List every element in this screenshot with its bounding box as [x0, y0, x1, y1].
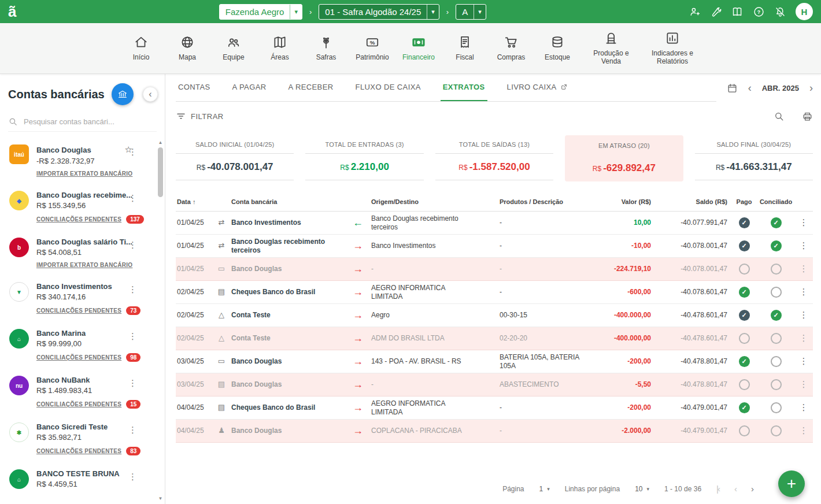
transaction-row[interactable]: 01/04/25 ⇄ Banco Investimentos Banco Dou…: [176, 212, 813, 235]
farm-selector[interactable]: Fazenda Aegro ▾: [219, 4, 302, 20]
account-action-link[interactable]: CONCILIAÇÕES PENDENTES: [36, 307, 121, 314]
reconciled-checkbox[interactable]: [771, 425, 782, 436]
next-page-button[interactable]: ›: [751, 484, 753, 494]
transaction-row[interactable]: 02/04/25 △ Conta Teste ADM DO BRASIL LTD…: [176, 327, 813, 350]
paid-checkbox[interactable]: [739, 425, 750, 436]
collapse-sidebar-button[interactable]: ‹: [143, 87, 158, 102]
first-page-button[interactable]: |‹: [716, 484, 719, 494]
account-list-item[interactable]: b Banco Douglas salário Ti... R$ 54.008,…: [0, 231, 165, 275]
paid-checkbox[interactable]: [739, 264, 750, 275]
reconciled-checkbox[interactable]: [771, 264, 782, 275]
row-menu-button[interactable]: ⋮: [794, 377, 813, 392]
transaction-row[interactable]: 03/04/25 ▭ Banco Douglas 143 - POA - AV.…: [176, 350, 813, 373]
account-search-input[interactable]: [24, 117, 134, 126]
nav-financeiro[interactable]: Financeiro: [400, 35, 438, 62]
paid-checkbox[interactable]: [739, 379, 750, 390]
summary-card[interactable]: TOTAL DE ENTRADAS (3) R$2.210,00: [305, 135, 423, 181]
account-list-item[interactable]: ⌂ BANCO TESTE BRUNA R$ 4.459,51 ⋮: [0, 462, 165, 496]
account-menu-button[interactable]: ⋮: [128, 425, 137, 435]
nav-areas[interactable]: Áreas: [261, 35, 299, 62]
user-avatar[interactable]: H: [796, 3, 813, 20]
account-menu-button[interactable]: ⋮: [128, 240, 137, 250]
transaction-row[interactable]: 02/04/25 △ Conta Teste Aegro 00-30-15 -4…: [176, 304, 813, 327]
tab-a-pagar[interactable]: A PAGAR: [230, 74, 269, 101]
transaction-row[interactable]: 04/04/25 ▤ Cheques Banco do Brasil AEGRO…: [176, 396, 813, 420]
account-list-item[interactable]: ◆ Banco Douglas recebime... R$ 155.349,5…: [0, 184, 165, 231]
account-menu-button[interactable]: ⋮: [128, 193, 137, 203]
column-header-data[interactable]: Data ↑: [176, 196, 213, 207]
account-list-item[interactable]: ✱ Banco Sicredi Teste R$ 35.982,71 CONCI…: [0, 416, 165, 462]
next-month-button[interactable]: ›: [809, 83, 813, 93]
print-icon[interactable]: [802, 111, 813, 122]
search-icon[interactable]: [774, 111, 785, 122]
season-selector[interactable]: 01 - Safra Algodão 24/25 ▾: [319, 4, 439, 20]
aegro-logo[interactable]: ã: [8, 4, 16, 19]
paid-checkbox[interactable]: [739, 356, 750, 367]
paid-checkbox[interactable]: [739, 310, 750, 321]
row-menu-button[interactable]: ⋮: [794, 307, 813, 323]
row-menu-button[interactable]: ⋮: [794, 423, 813, 439]
summary-card[interactable]: SALDO FINAL (30/04/25) R$-41.663.311,47: [695, 135, 813, 181]
paid-checkbox[interactable]: [739, 287, 750, 298]
row-menu-button[interactable]: ⋮: [794, 238, 813, 254]
account-list-item[interactable]: ⌂ Banco Marina R$ 99.999,00 CONCILIAÇÕES…: [0, 322, 165, 369]
sidebar-scrollbar[interactable]: ▲ ▼: [157, 140, 164, 502]
account-action-link[interactable]: IMPORTAR EXTRATO BANCÁRIO: [36, 171, 132, 177]
nav-indicadores[interactable]: Indicadores e Relatórios: [646, 31, 699, 66]
nav-fiscal[interactable]: Fiscal: [446, 35, 484, 62]
tab-a-receber[interactable]: A RECEBER: [286, 74, 336, 101]
paid-checkbox[interactable]: [739, 217, 750, 228]
transaction-row[interactable]: 01/04/25 ▭ Banco Douglas - - -224.719,10…: [176, 258, 813, 281]
book-icon[interactable]: [731, 6, 744, 18]
reconciled-checkbox[interactable]: [771, 333, 782, 344]
scroll-down-icon[interactable]: ▼: [158, 496, 163, 502]
summary-card[interactable]: TOTAL DE SAÍDAS (13) R$-1.587.520,00: [435, 135, 553, 181]
nav-inicio[interactable]: Início: [122, 35, 160, 62]
account-action-link[interactable]: CONCILIAÇÕES PENDENTES: [36, 354, 121, 361]
rows-per-page-select[interactable]: 10▾: [635, 485, 649, 493]
calendar-icon[interactable]: [727, 83, 738, 94]
add-transaction-button[interactable]: +: [778, 470, 805, 497]
reconciled-checkbox[interactable]: [771, 402, 782, 413]
reconciled-checkbox[interactable]: [771, 240, 782, 251]
user-add-icon[interactable]: [689, 6, 701, 18]
nav-patrimonio[interactable]: % Patrimônio: [353, 35, 391, 62]
account-action-link[interactable]: IMPORTAR EXTRATO BANCÁRIO: [36, 262, 132, 268]
reconciled-checkbox[interactable]: [771, 379, 782, 390]
row-menu-button[interactable]: ⋮: [794, 354, 813, 369]
nav-producao-venda[interactable]: Produção e Venda: [585, 31, 638, 66]
tab-extratos[interactable]: EXTRATOS: [441, 74, 487, 101]
account-menu-button[interactable]: ⋮: [128, 472, 137, 482]
transaction-row[interactable]: 01/04/25 ⇄ Banco Douglas recebimento ter…: [176, 235, 813, 258]
account-action-link[interactable]: CONCILIAÇÕES PENDENTES: [36, 401, 121, 407]
account-action-link[interactable]: CONCILIAÇÕES PENDENTES: [36, 216, 121, 223]
scroll-up-icon[interactable]: ▲: [158, 140, 163, 146]
reconciled-checkbox[interactable]: [771, 356, 782, 367]
paid-checkbox[interactable]: [739, 333, 750, 344]
transaction-row[interactable]: 04/04/25 ♟ Banco Douglas COPLACANA - PIR…: [176, 420, 813, 443]
summary-card[interactable]: SALDO INICIAL (01/04/25) R$-40.078.001,4…: [176, 135, 294, 181]
paid-checkbox[interactable]: [739, 402, 750, 413]
row-menu-button[interactable]: ⋮: [794, 284, 813, 300]
row-menu-button[interactable]: ⋮: [794, 215, 813, 231]
account-action-link[interactable]: CONCILIAÇÕES PENDENTES: [36, 448, 121, 454]
account-list-item[interactable]: itaú Banco Douglas ☆ -R$ 2.328.732,97 IM…: [0, 138, 165, 184]
tab-fluxo-de-caixa[interactable]: FLUXO DE CAIXA: [353, 74, 423, 101]
account-list-item[interactable]: nu Banco NuBank R$ 1.489.983,41 CONCILIA…: [0, 369, 165, 416]
caret-down-icon[interactable]: ▾: [474, 5, 486, 19]
filter-button[interactable]: FILTRAR: [176, 111, 224, 121]
page-select[interactable]: 1▾: [539, 485, 550, 493]
caret-down-icon[interactable]: ▾: [290, 5, 302, 19]
account-menu-button[interactable]: ⋮: [128, 284, 137, 295]
transaction-row[interactable]: 03/04/25 ▤ Banco Douglas - ABASTECIMENTO…: [176, 373, 813, 396]
transaction-row[interactable]: 02/04/25 ▤ Cheques Banco do Brasil AEGRO…: [176, 281, 813, 304]
tab-contas[interactable]: CONTAS: [176, 74, 213, 101]
account-list-item[interactable]: ▼ Banco Investimentos R$ 340.174,16 CONC…: [0, 275, 165, 322]
previous-page-button[interactable]: ‹: [734, 484, 736, 494]
row-menu-button[interactable]: ⋮: [794, 331, 813, 346]
help-icon[interactable]: ?: [753, 6, 765, 18]
nav-safras[interactable]: Safras: [307, 35, 345, 62]
bank-sync-button[interactable]: [112, 83, 134, 105]
scrollbar-thumb[interactable]: [158, 147, 163, 197]
tab-livro-caixa[interactable]: LIVRO CAIXA: [505, 74, 570, 101]
